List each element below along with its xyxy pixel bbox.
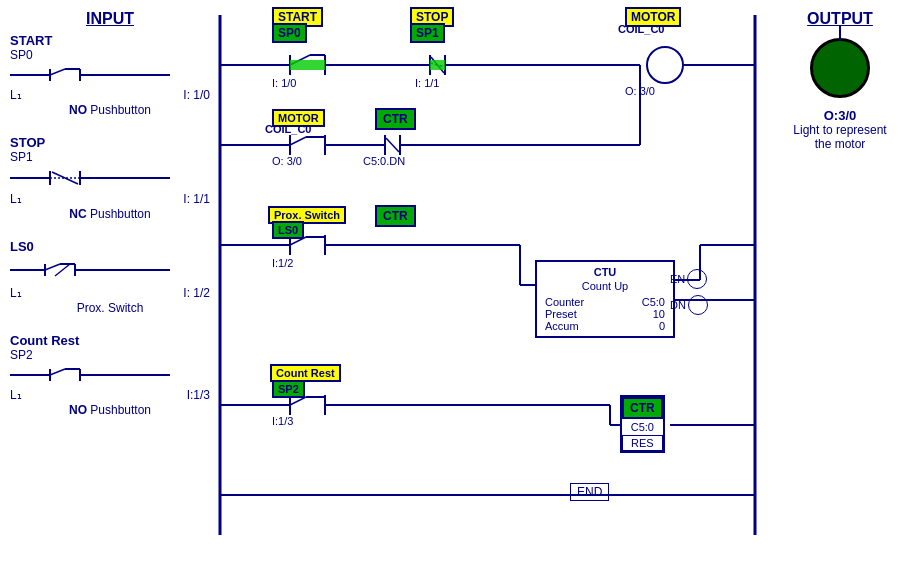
ctu-counter-row: Counter C5:0 [545,296,665,308]
svg-point-38 [647,47,683,83]
stop-addr-label: I: 1/1 [415,77,439,89]
en-label: EN [670,273,685,285]
dn-circle [688,295,708,315]
ctr-box1: CTR [375,108,416,130]
countrest-sub-box: SP2 [272,379,305,398]
svg-line-21 [50,369,65,375]
motorcoil-sub: COIL_C0 [265,123,311,135]
input-block-stop: STOP SP1 L₁ I: 1/1 NC Pushbutton [10,135,210,221]
stop-green-box: SP1 [410,23,445,43]
en-row: EN [670,269,708,289]
ctu-preset-row: Preset 10 [545,308,665,320]
ctu-accum-row: Accum 0 [545,320,665,332]
page-container: INPUT START SP0 L₁ I: 1/0 N [0,0,910,567]
input-block-start: START SP0 L₁ I: 1/0 NO Pushbutton [10,33,210,117]
output-desc: Light to representthe motor [780,123,900,151]
countrest-green: SP2 [272,380,305,398]
svg-line-45 [290,137,306,145]
start-l1: L₁ [10,88,22,102]
en-label-container: EN DN [670,269,708,315]
stop-address-line: L₁ I: 1/1 [10,192,210,206]
svg-line-2 [50,69,65,75]
countrest-sub: SP2 [10,348,210,362]
start-name: START [10,33,210,48]
ls0-type: Prox. Switch [10,301,210,315]
motor-addr-label: O: 3/0 [625,85,655,97]
start-contact-symbol [10,64,170,86]
ctu-preset-lbl: Preset [545,308,577,320]
ctr-label3: CTR [622,397,663,419]
stop-sub: SP1 [10,150,210,164]
dn-label: DN [670,299,686,311]
stop-green-label: SP1 [410,23,445,43]
ls0-contact-symbol [10,256,170,284]
input-block-ls0: LS0 L₁ I: 1/2 Prox. Switch [10,239,210,315]
stop-l1: L₁ [10,192,22,206]
stop-name: STOP [10,135,210,150]
ctu-block: CTU Count Up Counter C5:0 Preset 10 Accu… [535,260,675,338]
stop-type: NC Pushbutton [10,207,210,221]
ctu-accum-lbl: Accum [545,320,579,332]
input-block-countrest: Count Rest SP2 L₁ I:1/3 NO Pushbutton [10,333,210,417]
motor-coil-sub: COIL_C0 [618,23,664,35]
input-panel: INPUT START SP0 L₁ I: 1/0 N [10,10,210,435]
svg-line-51 [386,138,399,152]
ladder-diagram: START SP0 I: 1/0 STOP SP1 I: 1/1 [210,5,770,562]
svg-rect-40 [290,60,325,70]
ls0-l1: L₁ [10,286,22,300]
stop-contact-symbol [10,166,170,190]
svg-rect-41 [430,60,445,70]
countrest-address-line: L₁ I:1/3 [10,388,210,402]
prox-green: LS0 [272,221,304,239]
dn-row: DN [670,295,708,315]
start-green-box: SP0 [272,23,307,43]
ctr-addr1: C5:0.DN [363,155,405,167]
ctr3-addr: C5:0 [622,421,663,433]
start-address-line: L₁ I: 1/0 [10,88,210,102]
countrest-type: NO Pushbutton [10,403,210,417]
motorcoil-addr: O: 3/0 [272,155,302,167]
start-sub: SP0 [10,48,210,62]
svg-line-69 [290,397,306,405]
ctr-box3: CTR C5:0 RES [620,395,665,453]
ctr-box2: CTR [375,205,416,227]
ctu-counter-lbl: Counter [545,296,584,308]
countrest-l1: L₁ [10,388,22,402]
motor-light-indicator [810,38,870,98]
res-label: RES [622,435,663,451]
ctu-accum-val: 0 [659,320,665,332]
countrest-contact-symbol [10,364,170,386]
en-circle [687,269,707,289]
output-panel: OUTPUT O:3/0 Light to representthe motor [780,10,900,151]
ls0-address-line: L₁ I: 1/2 [10,286,210,300]
ls0-name: LS0 [10,239,210,254]
ctu-type-label: CTU [545,266,665,278]
ls0-address: I: 1/2 [183,286,210,300]
countrest-name: Count Rest [10,333,210,348]
ctu-preset-val: 10 [653,308,665,320]
ctu-counter-val: C5:0 [642,296,665,308]
prox-sub-box: LS0 [272,220,304,239]
ctu-type-sub: Count Up [545,280,665,292]
start-addr-label: I: 1/0 [272,77,296,89]
countrest-address: I:1/3 [187,388,210,402]
start-green-label: SP0 [272,23,307,43]
stop-address: I: 1/1 [183,192,210,206]
ctr-label1: CTR [375,108,416,130]
end-label: END [570,483,609,501]
start-address: I: 1/0 [183,88,210,102]
ctr3-container: CTR C5:0 RES [620,395,665,453]
prox-addr-label: I:1/2 [272,257,293,269]
countrest-addr-label: I:1/3 [272,415,293,427]
svg-line-14 [45,264,60,270]
start-type: NO Pushbutton [10,103,210,117]
output-address: O:3/0 [780,108,900,123]
input-title: INPUT [10,10,210,28]
ctr-label2: CTR [375,205,416,227]
